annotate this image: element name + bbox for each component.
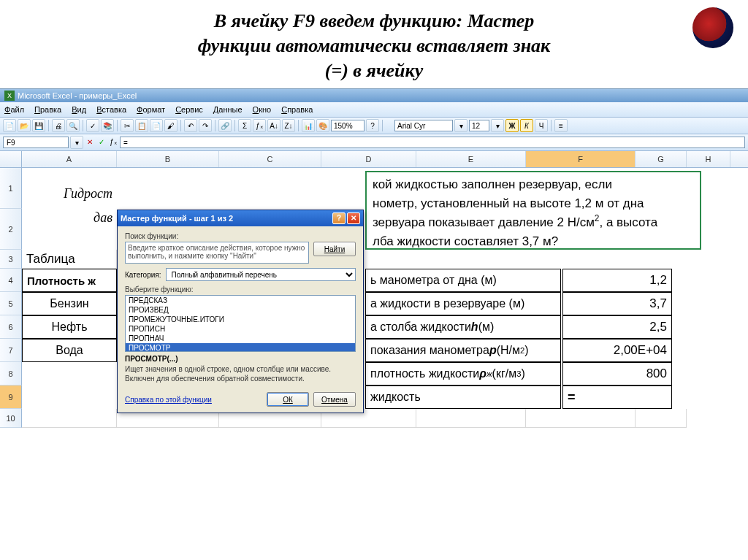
cancel-formula-icon[interactable]: ✕ <box>85 137 95 147</box>
list-item-selected[interactable]: ПРОСМОТР <box>126 343 355 352</box>
row-header-5[interactable]: 5 <box>0 292 22 315</box>
open-icon[interactable]: 📂 <box>18 119 31 132</box>
col-header-h[interactable]: H <box>687 151 730 167</box>
row-header-9[interactable]: 9 <box>0 386 22 409</box>
redo-icon[interactable]: ↷ <box>199 119 212 132</box>
list-item[interactable]: ПРОПНАЧ <box>126 334 355 343</box>
chart-icon[interactable]: 📊 <box>302 119 315 132</box>
row-header-8[interactable]: 8 <box>0 362 22 386</box>
menu-data[interactable]: Данные <box>209 104 247 115</box>
menu-tools[interactable]: Сервис <box>171 104 207 115</box>
menu-file[interactable]: Файл <box>0 104 28 115</box>
row-header-10[interactable]: 10 <box>0 409 22 428</box>
formula-bar[interactable]: = <box>120 137 745 148</box>
cell-g10[interactable] <box>636 409 687 428</box>
dialog-titlebar[interactable]: Мастер функций - шаг 1 из 2 ? ✕ <box>118 210 363 226</box>
menu-edit[interactable]: Правка <box>30 104 66 115</box>
row-header-3[interactable]: 3 <box>0 250 22 269</box>
cell-e10[interactable] <box>416 409 526 428</box>
cell-a2[interactable]: дав <box>22 209 117 241</box>
font-name-box[interactable]: Arial Cyr <box>394 120 453 131</box>
cell-d4[interactable]: ь манометра от дна (м) <box>365 269 561 292</box>
size-dropdown-icon[interactable]: ▾ <box>491 119 504 132</box>
menu-help[interactable]: Справка <box>277 104 317 115</box>
menu-window[interactable]: Окно <box>248 104 276 115</box>
cell-a6[interactable]: Нефть <box>22 315 117 339</box>
new-icon[interactable]: 📄 <box>3 119 16 132</box>
font-dropdown-icon[interactable]: ▾ <box>454 119 468 132</box>
col-header-f[interactable]: F <box>526 151 636 167</box>
cell-a7[interactable]: Вода <box>22 339 117 362</box>
save-icon[interactable]: 💾 <box>32 119 45 132</box>
search-textarea[interactable] <box>125 242 309 264</box>
cell-d6[interactable]: а столба жидкости h (м) <box>365 315 561 339</box>
list-item[interactable]: ПРЕДСКАЗ <box>126 296 355 305</box>
undo-icon[interactable]: ↶ <box>184 119 197 132</box>
select-all-corner[interactable] <box>0 151 22 167</box>
cell-f10[interactable] <box>526 409 636 428</box>
sort-desc-icon[interactable]: Z↓ <box>282 119 295 132</box>
help-icon[interactable]: ? <box>366 119 379 132</box>
cell-d5[interactable]: а жидкости в резервуаре (м) <box>365 292 561 315</box>
list-item[interactable]: ПРОПИСН <box>126 324 355 334</box>
underline-button[interactable]: Ч <box>535 119 548 132</box>
menu-insert[interactable]: Вставка <box>92 104 131 115</box>
col-header-e[interactable]: E <box>416 151 526 167</box>
col-header-a[interactable]: A <box>22 151 117 167</box>
help-link[interactable]: Справка по этой функции <box>125 396 212 404</box>
autosum-icon[interactable]: Σ <box>238 119 251 132</box>
italic-button[interactable]: К <box>520 119 533 132</box>
drawing-icon[interactable]: 🎨 <box>316 119 329 132</box>
cell-a1[interactable]: Гидрост <box>22 168 117 209</box>
cell-f7[interactable]: 2,00E+04 <box>562 339 672 362</box>
align-left-icon[interactable]: ≡ <box>554 119 568 132</box>
cell-a10[interactable] <box>22 409 117 428</box>
preview-icon[interactable]: 🔍 <box>66 119 80 132</box>
accept-formula-icon[interactable]: ✓ <box>96 137 107 147</box>
row-header-1[interactable]: 1 <box>0 168 22 209</box>
col-header-d[interactable]: D <box>321 151 416 167</box>
row-header-2[interactable]: 2 <box>0 209 22 250</box>
list-item[interactable]: ПРОИЗВЕД <box>126 305 355 315</box>
row-header-4[interactable]: 4 <box>0 269 22 292</box>
cell-d9[interactable]: жидкость <box>365 386 561 409</box>
cell-d8[interactable]: плотность жидкости ρж (кг/м3) <box>365 362 561 386</box>
bold-button[interactable]: Ж <box>505 119 519 132</box>
find-button[interactable]: Найти <box>313 242 356 256</box>
cell-d7[interactable]: показания манометра р (Н/м2) <box>365 339 561 362</box>
cell-f6[interactable]: 2,5 <box>562 315 672 339</box>
sort-asc-icon[interactable]: A↓ <box>267 119 280 132</box>
name-box[interactable]: F9 <box>3 137 69 148</box>
menu-view[interactable]: Вид <box>67 104 91 115</box>
print-icon[interactable]: 🖨 <box>52 119 65 132</box>
cell-a4[interactable]: Плотность ж <box>22 269 117 292</box>
spell-icon[interactable]: ✓ <box>86 119 99 132</box>
paste-icon[interactable]: 📄 <box>150 119 163 132</box>
col-header-c[interactable]: C <box>219 151 321 167</box>
cell-f8[interactable]: 800 <box>562 362 672 386</box>
research-icon[interactable]: 📚 <box>101 119 114 132</box>
ok-button[interactable]: ОК <box>267 392 309 407</box>
cell-f5[interactable]: 3,7 <box>562 292 672 315</box>
cut-icon[interactable]: ✂ <box>121 119 134 132</box>
category-select[interactable]: Полный алфавитный перечень <box>166 268 356 281</box>
problem-text-box[interactable]: кой жидкостью заполнен резервуар, если н… <box>365 171 701 250</box>
row-header-6[interactable]: 6 <box>0 315 22 339</box>
link-icon[interactable]: 🔗 <box>218 119 232 132</box>
col-header-g[interactable]: G <box>636 151 687 167</box>
fx-icon[interactable]: ƒₓ <box>253 119 266 132</box>
menu-format[interactable]: Формат <box>132 104 169 115</box>
copy-icon[interactable]: 📋 <box>135 119 148 132</box>
dialog-close-icon[interactable]: ✕ <box>347 212 360 224</box>
name-dropdown-icon[interactable]: ▾ <box>70 136 83 149</box>
cell-a3[interactable]: Таблица <box>22 250 117 269</box>
list-item[interactable]: ПРОМЕЖУТОЧНЫЕ.ИТОГИ <box>126 315 355 324</box>
font-size-box[interactable]: 12 <box>469 120 489 131</box>
zoom-box[interactable]: 150% <box>331 120 365 131</box>
row-header-7[interactable]: 7 <box>0 339 22 362</box>
function-list[interactable]: ПРЕДСКАЗ ПРОИЗВЕД ПРОМЕЖУТОЧНЫЕ.ИТОГИ ПР… <box>125 295 356 352</box>
dialog-help-icon[interactable]: ? <box>332 212 346 224</box>
cell-f4[interactable]: 1,2 <box>562 269 672 292</box>
format-painter-icon[interactable]: 🖌 <box>164 119 178 132</box>
cancel-button[interactable]: Отмена <box>313 392 356 407</box>
